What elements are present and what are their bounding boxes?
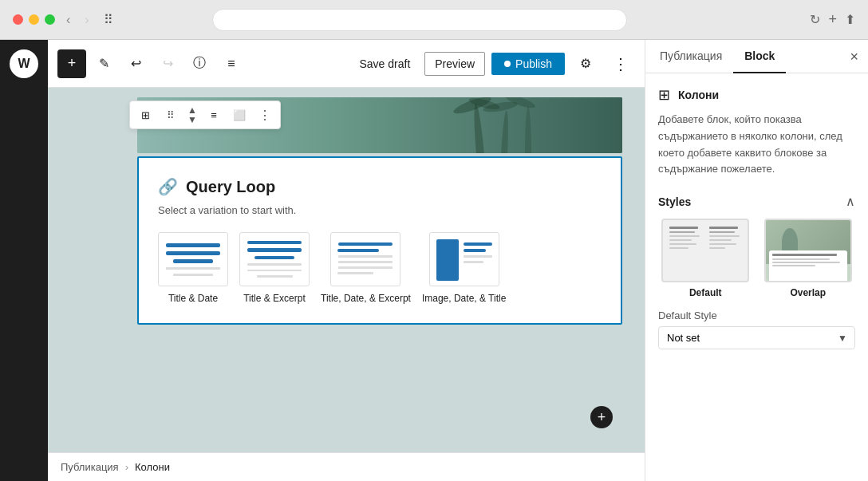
wp-sidebar: W: [0, 40, 48, 481]
add-block-toolbar-button[interactable]: +: [57, 49, 86, 78]
query-loop-title: Query Loop: [186, 178, 275, 196]
traffic-lights: [13, 14, 55, 25]
editor-breadcrumb: Публикация › Колони: [48, 452, 645, 481]
browser-chrome: ‹ › ⠿ ↻ + ⬆: [0, 0, 868, 40]
preview-button[interactable]: Preview: [424, 52, 485, 76]
block-section-description: Добавете блок, който показва съдържаниет…: [658, 112, 855, 178]
traffic-light-yellow[interactable]: [29, 14, 39, 25]
traffic-light-green[interactable]: [45, 14, 55, 25]
columns-block-icon: ⊞: [658, 86, 670, 104]
more-block-options-btn[interactable]: ⋮: [253, 103, 277, 127]
block-section-header: ⊞ Колони: [658, 86, 855, 104]
variation-label-2: Title, Date, & Excerpt: [321, 293, 411, 304]
variation-title-excerpt[interactable]: Title & Excerpt: [239, 232, 310, 304]
share-button[interactable]: ⬆: [845, 12, 855, 27]
variation-image-date-title[interactable]: Image, Date, & Title: [422, 232, 506, 304]
link-chain-icon: 🔗: [158, 177, 178, 196]
block-section-title: Колони: [678, 89, 719, 101]
back-button[interactable]: ‹: [63, 11, 73, 29]
move-up-btn[interactable]: ▲ ▼: [184, 103, 200, 127]
tab-block[interactable]: Block: [733, 40, 786, 73]
default-style-select[interactable]: Not setDefaultOverlap: [658, 326, 855, 349]
variation-title-date-excerpt[interactable]: Title, Date, & Excerpt: [321, 232, 411, 304]
styles-section: Styles ∧: [658, 194, 855, 349]
list-view-button[interactable]: ≡: [217, 49, 246, 78]
breadcrumb-root[interactable]: Публикация: [61, 461, 119, 473]
panel-tabs: Публикация Block ×: [645, 40, 868, 73]
drag-handle-btn[interactable]: ⠿: [159, 103, 183, 127]
style-label-default: Default: [689, 287, 722, 298]
wp-logo[interactable]: W: [0, 40, 48, 88]
traffic-light-red[interactable]: [13, 14, 23, 25]
variation-label-1: Title & Excerpt: [243, 293, 306, 304]
styles-grid: Default: [658, 219, 855, 298]
align-left-btn[interactable]: ≡: [202, 103, 226, 127]
block-toolbar: ⊞ ⠿ ▲ ▼ ≡ ⬜ ⋮: [129, 101, 281, 129]
address-bar[interactable]: [212, 9, 627, 31]
publish-label: Publish: [515, 57, 552, 70]
settings-button[interactable]: ⚙: [571, 49, 600, 78]
save-draft-button[interactable]: Save draft: [351, 53, 418, 75]
wp-logo-icon: W: [18, 57, 30, 71]
undo-button[interactable]: ↩: [121, 49, 150, 78]
panel-content: ⊞ Колони Добавете блок, който показва съ…: [645, 73, 868, 481]
publish-button[interactable]: Publish: [491, 53, 565, 75]
tools-button[interactable]: ✎: [89, 49, 118, 78]
close-panel-button[interactable]: ×: [843, 43, 865, 70]
info-button[interactable]: ⓘ: [185, 49, 214, 78]
variations-grid: Title & Date T: [158, 232, 602, 304]
redo-button[interactable]: ↪: [153, 49, 182, 78]
forward-button[interactable]: ›: [81, 11, 92, 29]
style-option-overlap[interactable]: Overlap: [761, 219, 856, 298]
query-loop-block: 🔗 Query Loop Select a variation to start…: [137, 156, 622, 325]
variation-label-3: Image, Date, & Title: [422, 293, 506, 304]
publish-dot: [504, 61, 511, 67]
align-full-btn[interactable]: ⬜: [227, 103, 251, 127]
style-option-default[interactable]: Default: [658, 219, 753, 298]
default-style-field: Default Style Not setDefaultOverlap ▼: [658, 309, 855, 349]
breadcrumb-separator: ›: [125, 461, 128, 473]
tab-publication[interactable]: Публикация: [649, 40, 733, 73]
variation-label-0: Title & Date: [168, 293, 218, 304]
variation-title-date[interactable]: Title & Date: [158, 232, 228, 304]
styles-collapse-button[interactable]: ∧: [846, 194, 855, 209]
new-tab-button[interactable]: +: [828, 11, 837, 28]
add-block-below-button[interactable]: +: [590, 406, 613, 428]
style-label-overlap: Overlap: [790, 287, 826, 298]
styles-title: Styles: [658, 195, 691, 208]
refresh-button[interactable]: ↻: [810, 12, 820, 27]
columns-icon-btn[interactable]: ⊞: [133, 103, 157, 127]
default-style-label: Default Style: [658, 309, 855, 321]
more-options-button[interactable]: ⋮: [606, 49, 635, 78]
breadcrumb-current: Колони: [135, 461, 170, 473]
query-loop-header: 🔗 Query Loop: [158, 177, 602, 196]
right-panel: Публикация Block × ⊞ Колони Добавете бло…: [645, 40, 868, 481]
query-loop-subtitle: Select a variation to start with.: [158, 204, 602, 216]
editor-toolbar: + ✎ ↩ ↪ ⓘ ≡ Save draft Preview Publish ⚙…: [48, 40, 645, 88]
grid-icon: ⠿: [104, 12, 113, 27]
